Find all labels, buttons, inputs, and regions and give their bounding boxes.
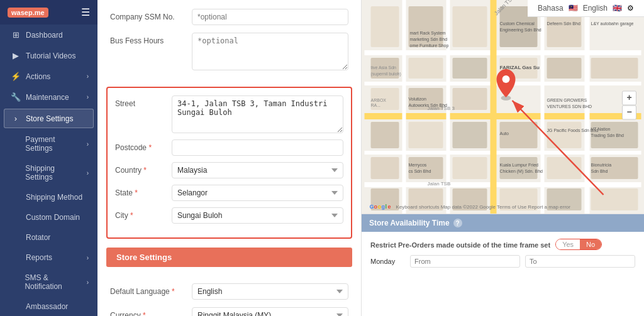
svg-text:Engineering Sdn Bhd: Engineering Sdn Bhd — [500, 28, 541, 33]
sidebar-item-label: Reports — [26, 253, 52, 262]
svg-text:VENTURES SDN BHD: VENTURES SDN BHD — [547, 104, 592, 109]
svg-text:Defeem Sdn Bhd: Defeem Sdn Bhd — [547, 21, 580, 26]
svg-text:ome Furniture Shop: ome Furniture Shop — [410, 43, 449, 48]
city-select[interactable]: Sungai Buloh Shah Alam Petaling Jaya — [172, 207, 343, 224]
svg-rect-31 — [371, 157, 399, 179]
currency-select[interactable]: Ringgit Malaysia (MY) USD — [192, 307, 348, 316]
language-bahasa[interactable]: Bahasa — [538, 4, 564, 13]
svg-text:Bionutricia: Bionutricia — [591, 163, 612, 167]
chevron-icon: › — [87, 254, 89, 261]
street-label: Street — [115, 95, 165, 108]
monday-from-input[interactable] — [410, 255, 520, 268]
default-language-select[interactable]: English Bahasa Malaysia — [192, 283, 348, 300]
street-input[interactable]: 34-1, Jalan TSB 3, Taman Industri Sungai… — [172, 95, 343, 133]
sidebar-item-label: Shipping Settings — [25, 164, 81, 182]
state-select[interactable]: Selangor Kuala Lumpur Penang — [172, 185, 343, 201]
svg-rect-17 — [409, 58, 443, 79]
company-ssm-label: Company SSM No. — [110, 9, 186, 21]
svg-rect-30 — [453, 122, 487, 148]
svg-rect-21 — [591, 58, 638, 79]
svg-rect-33 — [453, 157, 487, 179]
state-group: State * Selangor Kuala Lumpur Penang — [115, 185, 343, 201]
svg-text:Volutizon: Volutizon — [409, 97, 427, 101]
sidebar-item-maintenance[interactable]: 🔧 Maintenance › — [0, 87, 97, 107]
top-header: Bahasa 🇲🇾 English 🇬🇧 ⚙ — [528, 0, 644, 17]
country-select[interactable]: Malaysia Singapore Indonesia — [172, 162, 343, 178]
svg-text:e: e — [388, 204, 391, 210]
svg-text:−: − — [626, 107, 631, 117]
toggle-switch[interactable]: Yes No — [555, 239, 602, 250]
flag-gb: 🇬🇧 — [613, 4, 622, 13]
required-mark: * — [130, 211, 133, 220]
sidebar-item-shipping-settings[interactable]: Shipping Settings › — [0, 158, 97, 187]
svg-text:RA...: RA... — [371, 103, 381, 107]
map-container: Jalan TSB 5 Jalan TSB 3 mart Rack System… — [362, 0, 644, 214]
business-hours-textarea[interactable] — [192, 33, 348, 70]
svg-text:G: G — [370, 204, 374, 210]
svg-rect-26 — [547, 122, 582, 148]
store-icon: › — [11, 114, 21, 123]
svg-text:+: + — [626, 92, 631, 102]
postcode-input[interactable]: 47000 — [172, 139, 343, 156]
postcode-group: Postcode * 47000 — [115, 139, 343, 156]
store-settings-form: Default Language * English Bahasa Malays… — [97, 275, 361, 316]
svg-point-81 — [502, 75, 510, 83]
sidebar-item-tutorial-videos[interactable]: ▶ Tutorial Videos — [0, 45, 97, 66]
sidebar-item-label: SMS & Notification — [25, 273, 81, 291]
svg-rect-18 — [453, 58, 487, 79]
preorder-row: Restrict Pre-Orders made outside of the … — [370, 238, 635, 250]
svg-rect-42 — [591, 188, 638, 210]
company-ssm-input[interactable] — [192, 9, 348, 25]
address-box: Street 34-1, Jalan TSB 3, Taman Industri… — [106, 87, 352, 239]
svg-text:Custom Chemical: Custom Chemical — [500, 21, 535, 26]
sidebar-item-reports[interactable]: Reports › — [0, 248, 97, 268]
svg-rect-24 — [453, 88, 487, 110]
svg-text:Autoworks Sdn Bhd: Autoworks Sdn Bhd — [409, 103, 448, 107]
sidebar-item-rotator[interactable]: Rotator — [0, 227, 97, 248]
city-label: City * — [115, 207, 165, 220]
sidebar-item-ambassador[interactable]: Ambassador — [0, 297, 97, 316]
map-svg: Jalan TSB 5 Jalan TSB 3 mart Rack System… — [362, 0, 644, 214]
toggle-yes-button[interactable]: Yes — [556, 239, 580, 249]
sidebar-item-dashboard[interactable]: ⊞ Dashboard — [0, 25, 97, 45]
settings-icon[interactable]: ⚙ — [627, 4, 634, 13]
tutorial-icon: ▶ — [11, 51, 21, 60]
content-panel: Company SSM No. Bus Fess Hours Street 34… — [97, 0, 362, 316]
sidebar-item-custom-domain[interactable]: Custom Domain — [0, 207, 97, 227]
sidebar-item-sms[interactable]: SMS & Notification › — [0, 268, 97, 297]
store-availability-panel: Store Availability Time ? Restrict Pre-O… — [362, 214, 644, 316]
bottom-section: Store Availability Time ? Restrict Pre-O… — [362, 214, 644, 316]
postcode-label: Postcode * — [115, 139, 165, 152]
default-language-label: Default Language * — [110, 283, 186, 296]
preorder-text: Restrict Pre-Orders made outside of the … — [370, 241, 550, 250]
required-mark: * — [135, 188, 138, 197]
svg-text:(supernil buloh): (supernil buloh) — [371, 72, 401, 77]
country-label: Country * — [115, 162, 165, 175]
hamburger-icon[interactable]: ☰ — [81, 6, 90, 18]
svg-rect-29 — [409, 122, 443, 148]
svg-text:VT Nation: VT Nation — [591, 127, 611, 131]
sidebar-item-actions[interactable]: ⚡ Actions › — [0, 66, 97, 87]
svg-rect-36 — [591, 157, 638, 179]
chevron-icon: › — [87, 170, 89, 177]
street-group: Street 34-1, Jalan TSB 3, Taman Industri… — [115, 95, 343, 133]
svg-rect-35 — [547, 157, 582, 179]
required-mark: * — [143, 166, 147, 175]
main-content: Company SSM No. Bus Fess Hours Street 34… — [97, 0, 644, 316]
svg-rect-28 — [371, 122, 399, 148]
info-icon[interactable]: ? — [453, 219, 462, 227]
language-english[interactable]: English — [583, 4, 608, 13]
sidebar-item-shipping-method[interactable]: Shipping Method — [0, 187, 97, 207]
sidebar-item-label: Actions — [26, 72, 50, 81]
svg-text:Merrycos: Merrycos — [409, 163, 427, 168]
monday-to-input[interactable] — [525, 255, 635, 268]
country-group: Country * Malaysia Singapore Indonesia — [115, 162, 343, 178]
toggle-no-button[interactable]: No — [580, 239, 601, 249]
sidebar: wasep.me ☰ ⊞ Dashboard ▶ Tutorial Videos… — [0, 0, 97, 316]
sidebar-item-payment-settings[interactable]: Payment Settings › — [0, 129, 97, 158]
sidebar-item-store-settings[interactable]: › Store Settings — [4, 109, 94, 128]
svg-rect-6 — [402, 0, 406, 214]
svg-rect-13 — [453, 6, 487, 47]
sidebar-header: wasep.me ☰ — [0, 0, 97, 25]
default-language-group: Default Language * English Bahasa Malays… — [110, 283, 348, 300]
